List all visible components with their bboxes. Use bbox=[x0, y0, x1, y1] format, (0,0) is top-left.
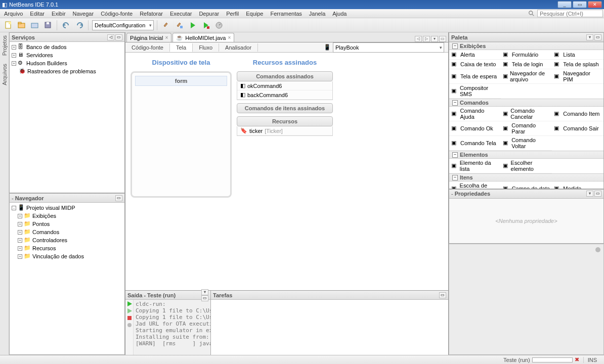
palette-item[interactable]: ▣Tela de login bbox=[501, 60, 552, 69]
expand-icon[interactable]: + bbox=[18, 230, 22, 235]
palette-item[interactable]: ▣Caixa de texto bbox=[449, 60, 501, 69]
palette-item[interactable]: ▣Comando Parar bbox=[501, 121, 552, 136]
palette-item[interactable]: ▣Lista bbox=[552, 50, 603, 60]
palette-item[interactable]: ▣Formulário bbox=[501, 50, 552, 60]
expand-icon[interactable]: + bbox=[18, 222, 22, 226]
palette-category[interactable]: Elementos bbox=[449, 151, 603, 159]
clean-build-button[interactable] bbox=[174, 20, 185, 31]
menu-refatorar[interactable]: Refatorar bbox=[137, 10, 166, 17]
stop-task-icon[interactable]: ✖ bbox=[575, 356, 579, 363]
command-item[interactable]: ◧backCommand6 bbox=[237, 90, 332, 100]
services-tree[interactable]: +🗄Banco de dados +🖥Servidores +⚙Hudson B… bbox=[10, 42, 124, 193]
palette-item[interactable]: ▣Comando Cancelar bbox=[501, 107, 552, 121]
expand-icon[interactable]: + bbox=[12, 45, 16, 50]
subtab-fluxo[interactable]: Fluxo bbox=[193, 43, 219, 52]
palette-menu-icon[interactable]: ▾ bbox=[586, 34, 593, 40]
expand-icon[interactable]: + bbox=[18, 246, 22, 251]
palette-item[interactable]: ▣Comando Ok bbox=[449, 121, 501, 136]
palette-item[interactable]: ▣Medida bbox=[552, 181, 603, 189]
open-button[interactable] bbox=[29, 20, 40, 31]
run-button[interactable] bbox=[187, 20, 198, 31]
menu-arquivo[interactable]: Arquivo bbox=[1, 10, 26, 17]
collapse-icon[interactable]: - bbox=[12, 206, 16, 210]
palette-item[interactable]: ▣Elemento da lista bbox=[449, 159, 501, 173]
palette-item[interactable]: ▣Tela de splash bbox=[552, 60, 603, 69]
palette-item[interactable]: ▣Navegador PIM bbox=[552, 69, 603, 84]
phone-frame[interactable]: form bbox=[131, 71, 232, 198]
navigator-pin-icon[interactable]: ▭ bbox=[115, 195, 122, 201]
close-icon[interactable]: × bbox=[228, 35, 231, 40]
menu-janela[interactable]: Janela bbox=[306, 10, 328, 17]
editor-right-icon[interactable]: ▷ bbox=[423, 36, 430, 42]
search-input[interactable] bbox=[537, 10, 603, 17]
palette-item[interactable]: ▣Escolha de grupo bbox=[449, 181, 501, 189]
rerun-icon[interactable] bbox=[126, 308, 133, 314]
menu-depurar[interactable]: Depurar bbox=[196, 10, 222, 17]
menu-exibir[interactable]: Exibir bbox=[49, 10, 69, 17]
new-project-button[interactable] bbox=[16, 20, 27, 31]
editor-max-icon[interactable]: ▭ bbox=[439, 36, 446, 42]
expand-icon[interactable]: + bbox=[12, 61, 16, 66]
minimize-button[interactable]: _ bbox=[557, 1, 572, 8]
rail-tab-projetos[interactable]: Projetos bbox=[1, 33, 8, 58]
menu-ajuda[interactable]: Ajuda bbox=[329, 10, 350, 17]
editor-left-icon[interactable]: ◁ bbox=[415, 36, 422, 42]
maximize-button[interactable]: ▭ bbox=[573, 1, 587, 8]
subtab-tela[interactable]: Tela bbox=[170, 43, 193, 52]
palette-item[interactable]: ▣Tela de espera bbox=[449, 69, 501, 84]
palette-item[interactable]: ▣Escolher elemento bbox=[501, 159, 552, 173]
tasks-pin-icon[interactable]: ▭ bbox=[439, 292, 446, 298]
menu-ferramentas[interactable]: Ferramentas bbox=[268, 10, 305, 17]
menu-perfil[interactable]: Perfil bbox=[223, 10, 242, 17]
subtab-analisador[interactable]: Analisador bbox=[219, 43, 258, 52]
palette-pin-icon[interactable]: ▭ bbox=[594, 34, 601, 40]
debug-button[interactable] bbox=[200, 20, 211, 31]
expand-icon[interactable]: + bbox=[18, 238, 22, 243]
rail-tab-arquivos[interactable]: Arquivos bbox=[1, 62, 8, 87]
palette-item[interactable]: ▣Compositor SMS bbox=[449, 84, 501, 99]
new-file-button[interactable] bbox=[3, 20, 14, 31]
settings-icon[interactable] bbox=[126, 322, 133, 328]
palette-category[interactable]: Exibições bbox=[449, 42, 603, 50]
profile-button[interactable] bbox=[213, 20, 225, 31]
palette-item[interactable]: ▣Campo de data bbox=[501, 181, 552, 189]
stop-icon[interactable] bbox=[126, 315, 133, 321]
props-menu-icon[interactable]: ▾ bbox=[586, 191, 593, 197]
palette-item[interactable]: ▣Comando Tela bbox=[449, 136, 501, 151]
redo-button[interactable] bbox=[74, 20, 85, 31]
palette-category[interactable]: Comandos bbox=[449, 99, 603, 107]
resource-item[interactable]: 🔖ticker [Ticker] bbox=[237, 126, 332, 135]
palette-item[interactable]: ▣Comando Voltar bbox=[501, 136, 552, 151]
output-text[interactable]: cldc-run: Copying 1 file to C:\Users\raf… bbox=[134, 300, 210, 355]
palette-item[interactable]: ▣Comando Item bbox=[552, 107, 603, 121]
undo-button[interactable] bbox=[61, 20, 72, 31]
expand-icon[interactable]: + bbox=[12, 53, 16, 58]
tab-pagina-inicial[interactable]: Página Inicial× bbox=[126, 33, 171, 42]
props-pin-icon[interactable]: ▭ bbox=[594, 191, 601, 197]
menu-editar[interactable]: Editar bbox=[27, 10, 48, 17]
expand-icon[interactable]: + bbox=[18, 254, 22, 259]
palette-body[interactable]: Exibições▣Alerta▣Formulário▣Lista▣Caixa … bbox=[449, 42, 603, 189]
command-item[interactable]: ◧okCommand6 bbox=[237, 81, 332, 90]
palette-item[interactable]: ▣Comando Ajuda bbox=[449, 107, 501, 121]
palette-category[interactable]: Itens bbox=[449, 173, 603, 181]
services-pin-icon[interactable]: ▭ bbox=[115, 34, 122, 40]
palette-item[interactable]: ▣Alerta bbox=[449, 50, 501, 60]
palette-item[interactable]: ▣Navegador de arquivo bbox=[501, 69, 552, 84]
services-min-icon[interactable]: ◁ bbox=[107, 34, 114, 40]
menu-navegar[interactable]: Navegar bbox=[70, 10, 97, 17]
tab-hellomidlet[interactable]: ☕HelloMIDlet.java× bbox=[172, 33, 234, 42]
editor-menu-icon[interactable]: ▾ bbox=[431, 36, 438, 42]
build-button[interactable] bbox=[161, 20, 172, 31]
run-icon[interactable] bbox=[126, 301, 133, 307]
output-menu-icon[interactable]: ▾ bbox=[201, 289, 208, 295]
device-select[interactable]: PlayBook bbox=[333, 42, 444, 53]
save-all-button[interactable] bbox=[42, 20, 54, 31]
close-button[interactable]: ✕ bbox=[588, 1, 602, 8]
expand-icon[interactable]: + bbox=[18, 214, 22, 218]
close-icon[interactable]: × bbox=[165, 35, 168, 40]
menu-equipe[interactable]: Equipe bbox=[243, 10, 266, 17]
config-select[interactable]: DefaultConfiguration bbox=[92, 20, 154, 30]
palette-item[interactable]: ▣Comando Sair bbox=[552, 121, 603, 136]
menu-executar[interactable]: Executar bbox=[167, 10, 195, 17]
